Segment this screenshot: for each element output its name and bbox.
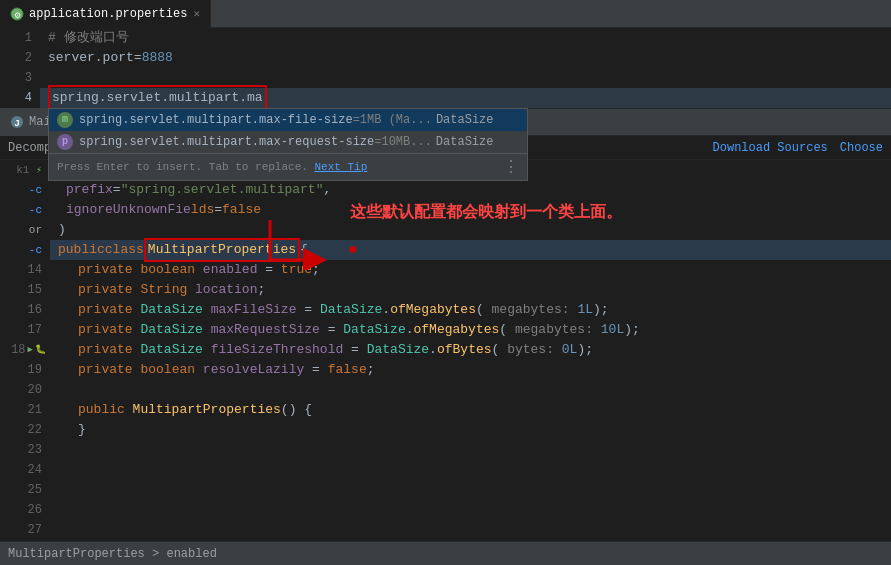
- code-line-4[interactable]: spring.servlet.multipart.ma: [40, 88, 891, 108]
- tab-bar-top: ⚙ application.properties ✕: [0, 0, 891, 28]
- ln-21: 21: [0, 400, 50, 420]
- code-17: ): [50, 220, 891, 240]
- code-23: private DataSize fileSizeThreshold = Dat…: [50, 340, 891, 360]
- eq-15: =: [113, 180, 121, 200]
- prefix-value: "spring.servlet.multipart": [121, 180, 324, 200]
- ac-item-max-file-size[interactable]: m spring.servlet.multipart.max-file-size…: [49, 109, 527, 131]
- line-1: 1: [0, 28, 40, 48]
- code-20: private String location;: [50, 280, 891, 300]
- ac-hint-bar: Press Enter to insert. Tab to replace. N…: [49, 153, 527, 180]
- code-18: public class MultipartProperties { ●: [50, 240, 891, 260]
- line-2: 2: [0, 48, 40, 68]
- gutter-c-19: -c: [0, 180, 50, 200]
- ln-25: 25: [0, 480, 50, 500]
- breadcrumb-bar: MultipartProperties > enabled: [0, 541, 891, 565]
- properties-icon: ⚙: [10, 7, 24, 21]
- ln-16: 16: [0, 300, 50, 320]
- ln-23: 23: [0, 440, 50, 460]
- svg-text:J: J: [14, 118, 19, 128]
- run-icon: ▶: [28, 340, 33, 360]
- app-container: ⚙ application.properties ✕ 1 2 3 4 # 修改端…: [0, 0, 891, 540]
- code-27: }: [50, 420, 891, 440]
- code-25: [50, 380, 891, 400]
- code-19: private boolean enabled = true;: [50, 260, 891, 280]
- decompiled-gutter: k1 ⚡ -c -c or -c 14 15 16 17 18 ▶ 🐛 19 2…: [0, 160, 50, 540]
- download-sources-link[interactable]: Download Sources: [713, 141, 828, 155]
- code-16: ignoreUnknownFields = false: [50, 200, 891, 220]
- ac-datatype-2: DataSize: [436, 131, 494, 153]
- decompiled-code: ▾ @ConfigurationProperties( prefix = "sp…: [50, 160, 891, 540]
- ac-icon-p: p: [57, 134, 73, 150]
- red-dot: ●: [348, 240, 358, 260]
- next-tip-link[interactable]: Next Tip: [314, 161, 367, 173]
- code-24: private boolean resolveLazily = false;: [50, 360, 891, 380]
- ln-19: 19: [0, 360, 50, 380]
- ln-14: 14: [0, 260, 50, 280]
- props-gutter: 1 2 3 4: [0, 28, 40, 108]
- gutter-or: or: [0, 220, 50, 240]
- tab-label: application.properties: [29, 7, 187, 21]
- code-21: private DataSize maxFileSize = DataSize.…: [50, 300, 891, 320]
- gutter-c-21: -c: [0, 240, 50, 260]
- ac-item-max-request-size[interactable]: p spring.servlet.multipart.max-request-s…: [49, 131, 527, 153]
- breadcrumb-text: MultipartProperties > enabled: [8, 547, 217, 561]
- server-port: server.port=8888: [48, 48, 173, 68]
- ln-22: 22: [0, 420, 50, 440]
- tab-close-button[interactable]: ✕: [193, 7, 200, 20]
- code-15: prefix = "spring.servlet.multipart" ,: [50, 180, 891, 200]
- ac-text-2: spring.servlet.multipart.max-request-siz…: [79, 131, 432, 153]
- gutter-c-20: -c: [0, 200, 50, 220]
- classname-highlighted: MultipartProperties: [144, 238, 300, 262]
- ln-24: 24: [0, 460, 50, 480]
- line-3: 3: [0, 68, 40, 88]
- ac-more-icon[interactable]: ⋮: [503, 157, 519, 177]
- tab-app-properties[interactable]: ⚙ application.properties ✕: [0, 0, 211, 28]
- java-icon: J: [10, 115, 24, 129]
- info-bar-right: Download Sources Choose: [713, 141, 883, 155]
- gutter-k1: k1 ⚡: [0, 160, 50, 180]
- ac-icon-m: m: [57, 112, 73, 128]
- ac-datatype-1: DataSize: [436, 109, 494, 131]
- svg-text:⚙: ⚙: [14, 11, 21, 20]
- props-code: # 修改端口号 server.port=8888 spring.servlet.…: [40, 28, 891, 108]
- comment-text: # 修改端口号: [48, 28, 129, 48]
- ln-26: 26: [0, 500, 50, 520]
- ln-17: 17: [0, 320, 50, 340]
- autocomplete-dropdown[interactable]: m spring.servlet.multipart.max-file-size…: [48, 108, 528, 181]
- prefix-label: prefix: [66, 180, 113, 200]
- ln-20: 20: [0, 380, 50, 400]
- ln-18: 18 ▶ 🐛: [0, 340, 50, 360]
- props-editor: 1 2 3 4 # 修改端口号 server.port=8888 spring.…: [0, 28, 891, 108]
- ln-15: 15: [0, 280, 50, 300]
- code-22: private DataSize maxRequestSize = DataSi…: [50, 320, 891, 340]
- code-line-2: server.port=8888: [40, 48, 891, 68]
- code-26: public MultipartProperties() {: [50, 400, 891, 420]
- false-value-16: false: [222, 200, 261, 220]
- line-4: 4: [0, 88, 40, 108]
- decompiled-editor: k1 ⚡ -c -c or -c 14 15 16 17 18 ▶ 🐛 19 2…: [0, 160, 891, 540]
- ac-text-1: spring.servlet.multipart.max-file-size=1…: [79, 109, 432, 131]
- code-line-1: # 修改端口号: [40, 28, 891, 48]
- ac-hint-text: Press Enter to insert. Tab to replace. N…: [57, 161, 367, 173]
- ln-27: 27: [0, 520, 50, 540]
- choose-link[interactable]: Choose: [840, 141, 883, 155]
- debug-icon: 🐛: [35, 340, 46, 360]
- ignore-label: ignoreUnknownFields: [66, 200, 214, 220]
